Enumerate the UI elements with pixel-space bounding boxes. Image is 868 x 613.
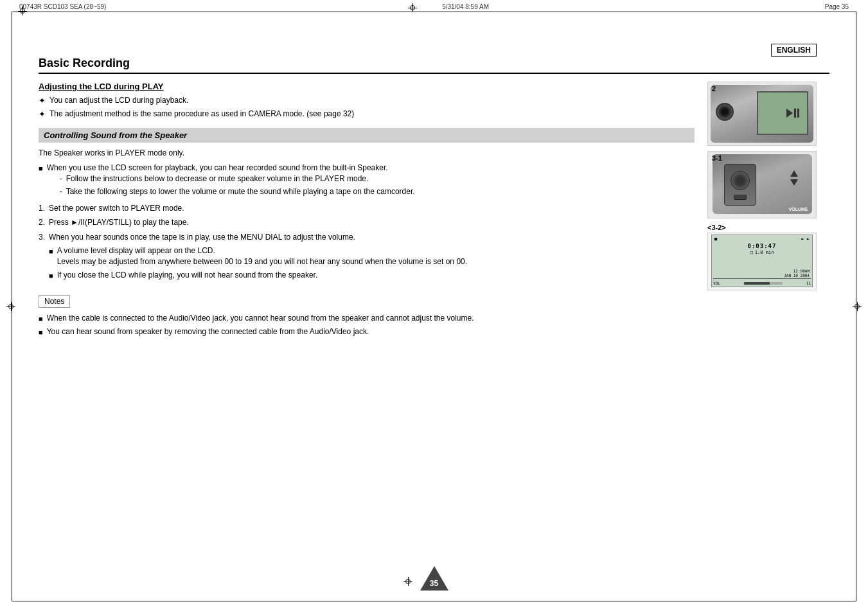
bullet-symbol: ✦ [39, 95, 46, 107]
step-2: 2. Press ►/II(PLAY/STILL) to play the ta… [39, 217, 695, 228]
two-column-layout: Adjusting the LCD during PLAY ✦ You can … [39, 82, 829, 341]
bullet-main-text: When you use the LCD screen for playback… [47, 163, 388, 172]
bullet-symbol: ✦ [39, 109, 46, 120]
camcorder-image-2: 3-1 VOLUME [707, 151, 817, 218]
bullet-item: ✦ You can adjust the LCD during playback… [39, 95, 695, 107]
note-text: You can hear sound from speaker by remov… [47, 326, 369, 337]
sq-bullet-content: When you use the LCD screen for playback… [47, 163, 415, 199]
right-margin-crosshair [853, 302, 862, 311]
notes-label: Notes [39, 295, 70, 308]
page-title: Basic Recording [39, 57, 829, 74]
image-block-2: 3-1 VOLUME [707, 151, 829, 218]
img2-label: 3-1 [712, 154, 722, 162]
dash-text: Take the following steps to lower the vo… [66, 186, 415, 197]
left-column: Adjusting the LCD during PLAY ✦ You can … [39, 82, 695, 341]
camcorder-image-3: ■ ► ► 0:03:47 □1.0 min VOL [707, 233, 817, 290]
step-number: 3. [39, 232, 45, 283]
lcd-tape-remaining: □1.0 min [712, 250, 812, 255]
img1-label: 2 [712, 85, 716, 93]
step-content: When you hear sounds once the tape is in… [49, 232, 467, 283]
image-block-1: 2 [707, 82, 829, 146]
vol-value: 11 [806, 281, 811, 285]
sub-bullet-content: A volume level display will appear on th… [57, 245, 467, 267]
dash-item: - Follow the instructions below to decre… [60, 173, 415, 184]
sub-bullet-main: If you close the LCD while playing, you … [57, 270, 318, 281]
sq-symbol: ■ [39, 328, 43, 337]
section2-heading: Controlling Sound from the Speaker [44, 130, 187, 140]
lcd-time-counter: 0:03:47 [712, 243, 812, 249]
sq-symbol: ■ [39, 164, 43, 199]
sq-symbol: ■ [49, 271, 53, 281]
sq-symbol: ■ [39, 314, 43, 324]
main-content: Basic Recording Adjusting the LCD during… [39, 57, 829, 587]
sub-bullet-subtext: Levels may be adjusted from anywhere bet… [57, 256, 467, 267]
sq-sub-bullet: ■ A volume level display will appear on … [49, 245, 467, 267]
page-number-badge: 35 [420, 566, 448, 591]
page-number: 35 [430, 579, 438, 588]
file-date: 5/31/04 8:59 AM [442, 3, 489, 10]
dash-symbol: - [60, 186, 62, 197]
lcd-divider [713, 278, 811, 279]
bullet-item: ✦ The adjustment method is the same proc… [39, 109, 695, 120]
sub-bullet-main: A volume level display will appear on th… [57, 245, 467, 256]
english-badge: ENGLISH [771, 44, 817, 57]
sq-symbol: ■ [49, 247, 53, 267]
section-speaker: Controlling Sound from the Speaker The S… [39, 128, 695, 283]
step-number: 2. [39, 217, 45, 228]
step-number: 1. [39, 203, 45, 214]
dash-symbol: - [60, 173, 62, 184]
shaded-section: Controlling Sound from the Speaker [39, 128, 695, 143]
lcd-rec-icon: ■ [714, 236, 717, 242]
lcd-time: 12:00AM [784, 269, 810, 273]
right-column: 2 [707, 82, 829, 341]
note-item: ■ When the cable is connected to the Aud… [39, 313, 695, 324]
lcd-date: JAN 10 2004 [784, 273, 810, 278]
lcd-bottom-info: VOL 11 [713, 281, 811, 285]
bottom-center-crosshair [403, 577, 412, 586]
page-ref: Page 35 [825, 3, 849, 10]
step-3: 3. When you hear sounds once the tape is… [39, 232, 695, 283]
header-area: 00743R SCD103 SEA (28~59) 5/31/04 8:59 A… [19, 3, 849, 10]
note-text: When the cable is connected to the Audio… [47, 313, 474, 324]
lcd-datetime: 12:00AM JAN 10 2004 [784, 269, 810, 278]
sq-bullet-item: ■ When you use the LCD screen for playba… [39, 163, 695, 199]
left-margin-crosshair [6, 302, 15, 311]
note-item: ■ You can hear sound from speaker by rem… [39, 326, 695, 337]
sq-sub-bullet: ■ If you close the LCD while playing, yo… [49, 270, 467, 281]
notes-section: Notes ■ When the cable is connected to t… [39, 289, 695, 338]
dash-item: - Take the following steps to lower the … [60, 186, 415, 197]
section-lcd-adjust: Adjusting the LCD during PLAY ✦ You can … [39, 82, 695, 120]
volume-text: VOLUME [789, 207, 808, 211]
section2-intro: The Speaker works in PLAYER mode only. [39, 148, 695, 159]
step-1: 1. Set the power switch to PLAYER mode. [39, 203, 695, 214]
lcd-play-icon: ► ► [801, 236, 810, 242]
file-reference: 00743R SCD103 SEA (28~59) [19, 3, 106, 10]
step-text: When you hear sounds once the tape is in… [49, 232, 467, 243]
bullet-text: The adjustment method is the same proced… [49, 109, 354, 120]
vol-label: VOL [713, 281, 720, 285]
page-border-top [12, 12, 856, 12]
step-text: Set the power switch to PLAYER mode. [49, 203, 184, 214]
image-block-3: <3-2> ■ ► ► 0:03:47 □1.0 min [707, 224, 829, 290]
page-border-bottom [12, 601, 856, 601]
dash-text: Follow the instructions below to decreas… [66, 173, 369, 184]
camcorder-image-1: 2 [707, 82, 817, 146]
section1-heading: Adjusting the LCD during PLAY [39, 82, 695, 91]
img3-label: <3-2> [707, 224, 829, 231]
step-text: Press ►/II(PLAY/STILL) to play the tape. [49, 217, 189, 228]
bullet-text: You can adjust the LCD during playback. [49, 95, 188, 107]
